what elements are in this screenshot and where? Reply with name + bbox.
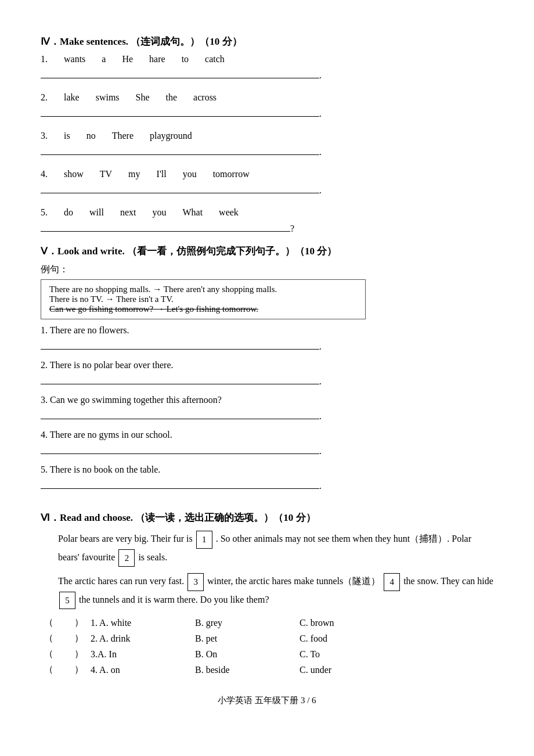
q4-4-words: 4. show TV my I'll you tomorrow — [41, 169, 493, 179]
section-5-subtitle: （看一看，仿照例句完成下列句子。）（10 分） — [127, 246, 337, 257]
blank-4: 4 — [384, 573, 400, 591]
v-q1: 1. There are no flowers. . — [41, 325, 493, 360]
section-4: Ⅳ．Make sentences. （连词成句。）（10 分） 1. wants… — [41, 35, 493, 234]
v-q3-text: 3. Can we go swimming together this afte… — [41, 395, 493, 405]
choice-4-a[interactable]: 4. A. on — [87, 662, 192, 678]
q4-4-w2: TV — [100, 169, 112, 179]
q4-5-w1: do — [64, 207, 73, 218]
choice-2-blank[interactable] — [57, 631, 71, 646]
passage-p2-text2: winter, the arctic hares make tunnels（隧道… — [207, 576, 380, 586]
v-q2: 2. There is no polar bear over there. . — [41, 360, 493, 395]
q4-1-w4: hare — [149, 54, 165, 64]
choice-2-c[interactable]: C. food — [296, 631, 493, 646]
q4-2-w1: lake — [64, 92, 80, 103]
section-6: Ⅵ．Read and choose. （读一读，选出正确的选项。）（10 分） … — [41, 511, 493, 678]
section-4-roman: Ⅳ．Make sentences. — [41, 36, 128, 47]
choice-4-b[interactable]: B. beside — [192, 662, 296, 678]
choice-3-b[interactable]: B. On — [192, 646, 296, 662]
q4-3-w2: no — [86, 131, 96, 141]
q4-2-w2: swims — [96, 92, 120, 103]
choice-2-paren-r: ） — [71, 631, 87, 646]
choice-3-paren-r: ） — [71, 646, 87, 662]
q4-2-num: 2. — [41, 92, 48, 103]
choice-2-paren-l: （ — [41, 631, 57, 646]
choice-2-a[interactable]: 2. A. drink — [87, 631, 192, 646]
v-q2-period: . — [319, 376, 322, 387]
q4-2-words: 2. lake swims She the across — [41, 92, 493, 103]
q4-4-w5: you — [183, 169, 197, 179]
section-5-title: Ⅴ．Look and write. （看一看，仿照例句完成下列句子。）（10 分… — [41, 244, 493, 258]
q4-3-num: 3. — [41, 131, 48, 141]
q4-4-line[interactable] — [41, 182, 319, 193]
example-label: 例句： — [41, 264, 493, 276]
q4-1-line[interactable] — [41, 67, 319, 78]
choice-1-blank[interactable] — [57, 615, 71, 631]
section-5: Ⅴ．Look and write. （看一看，仿照例句完成下列句子。）（10 分… — [41, 244, 493, 499]
choice-2-b[interactable]: B. pet — [192, 631, 296, 646]
choice-4-paren-l: （ — [41, 662, 57, 678]
example-line-1: There are no shopping malls. → There are… — [49, 285, 357, 294]
choice-row-4: （ ） 4. A. on B. beside C. under — [41, 662, 493, 678]
section-6-title: Ⅵ．Read and choose. （读一读，选出正确的选项。）（10 分） — [41, 511, 493, 524]
passage-p2-text4: the tunnels and it is warm there. Do you… — [79, 595, 269, 604]
v-q5: 5. There is no book on the table. . — [41, 465, 493, 499]
q4-5: 5. do will next you What week ? — [41, 207, 493, 234]
blank-2: 2 — [118, 549, 135, 567]
q4-5-w3: next — [120, 207, 136, 218]
example-box: There are no shopping malls. → There are… — [41, 279, 366, 319]
q4-5-words: 5. do will next you What week — [41, 207, 493, 218]
q4-1: 1. wants a He hare to catch . — [41, 54, 493, 89]
choice-1-a[interactable]: 1. A. white — [87, 615, 192, 631]
v-q1-line[interactable] — [41, 338, 319, 350]
v-q1-text: 1. There are no flowers. — [41, 325, 493, 336]
q4-4-num: 4. — [41, 169, 48, 179]
choice-row-1: （ ） 1. A. white B. grey C. brown — [41, 615, 493, 631]
q4-5-w2: will — [89, 207, 104, 218]
q4-2-w5: across — [193, 92, 217, 103]
q4-3-w3: There — [112, 131, 134, 141]
v-q5-line[interactable] — [41, 477, 319, 489]
q4-5-w6: week — [219, 207, 239, 218]
choice-3-paren-l: （ — [41, 646, 57, 662]
q4-2-w3: She — [136, 92, 150, 103]
q4-1-period: . — [319, 70, 322, 81]
v-q3-period: . — [319, 411, 322, 422]
footer-text: 小学英语 五年级下册 3 / 6 — [218, 696, 316, 705]
example-line-2: There is no TV. → There isn't a TV. — [49, 294, 357, 304]
section-6-roman: Ⅵ．Read and choose. — [41, 512, 133, 523]
choice-3-c[interactable]: C. To — [296, 646, 493, 662]
v-q4-period: . — [319, 446, 322, 456]
q4-2-line[interactable] — [41, 105, 319, 117]
v-q5-period: . — [319, 481, 322, 491]
v-q2-text: 2. There is no polar bear over there. — [41, 360, 493, 370]
passage-p1-text3: is seals. — [138, 552, 167, 562]
choice-1-paren-r: ） — [71, 615, 87, 631]
q4-3-w4: playground — [150, 131, 192, 141]
choice-row-3: （ ） 3.A. In B. On C. To — [41, 646, 493, 662]
q4-5-qmark: ? — [290, 224, 294, 234]
v-q4-line[interactable] — [41, 442, 319, 454]
q4-3-period: . — [319, 147, 322, 157]
passage-p2-text3: the snow. They can hide — [403, 576, 493, 586]
q4-3-line[interactable] — [41, 143, 319, 155]
q4-5-line[interactable] — [41, 220, 290, 232]
choice-1-b[interactable]: B. grey — [192, 615, 296, 631]
choice-4-blank[interactable] — [57, 662, 71, 678]
choice-4-paren-r: ） — [71, 662, 87, 678]
section-6-subtitle: （读一读，选出正确的选项。）（10 分） — [135, 512, 315, 523]
q4-2: 2. lake swims She the across . — [41, 92, 493, 127]
choice-4-c[interactable]: C. under — [296, 662, 493, 678]
q4-1-w5: to — [182, 54, 189, 64]
choice-3-a[interactable]: 3.A. In — [87, 646, 192, 662]
choice-3-blank[interactable] — [57, 646, 71, 662]
v-q3-line[interactable] — [41, 408, 319, 419]
q4-4-w4: I'll — [157, 169, 167, 179]
choice-table: （ ） 1. A. white B. grey C. brown （ ） 2. … — [41, 615, 493, 678]
q4-4-w6: tomorrow — [213, 169, 250, 179]
passage-p1-text1: Polar bears are very big. Their fur is — [58, 534, 193, 543]
choice-row-2: （ ） 2. A. drink B. pet C. food — [41, 631, 493, 646]
q4-1-words: 1. wants a He hare to catch — [41, 54, 493, 64]
blank-1: 1 — [196, 531, 212, 549]
choice-1-c[interactable]: C. brown — [296, 615, 493, 631]
v-q2-line[interactable] — [41, 373, 319, 384]
